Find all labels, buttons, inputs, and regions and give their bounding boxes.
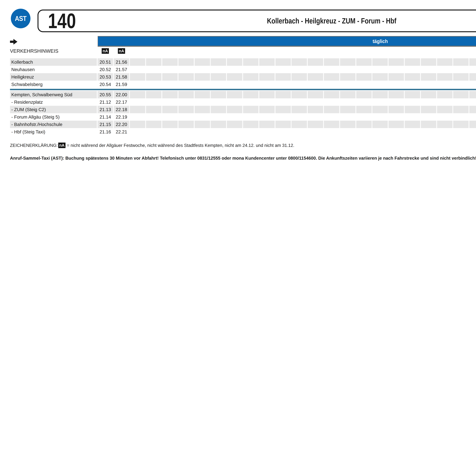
table-row: - Forum Allgäu (Steig 5)21.1422.19 (10, 113, 476, 121)
line-number: 140 (48, 10, 76, 31)
station-name: - Residenzplatz (10, 98, 97, 106)
empty-cell (130, 81, 145, 88)
empty-cell (340, 81, 356, 88)
empty-cell (275, 121, 291, 128)
empty-cell (130, 121, 145, 128)
empty-cell (469, 81, 476, 88)
departure-time-cell: 20.53 (98, 73, 113, 81)
empty-cell (421, 113, 436, 121)
table-row: Heiligkreuz20.5321.58 (10, 73, 476, 81)
empty-cell (308, 106, 323, 113)
empty-cell (195, 73, 210, 81)
empty-cell (372, 121, 388, 128)
empty-cell (243, 73, 258, 81)
empty-cell (259, 66, 275, 73)
empty-cell (453, 91, 469, 98)
empty-cell (243, 81, 258, 88)
empty-cell (275, 66, 291, 73)
empty-cell (389, 91, 404, 98)
table-row: Schwabelsberg20.5421.59 (10, 81, 476, 88)
empty-cell (405, 113, 420, 121)
section-separator (10, 89, 476, 90)
empty-cell (437, 106, 453, 113)
empty-cell (275, 58, 291, 66)
empty-cell (146, 66, 161, 73)
departure-time-cell: 21.56 (114, 58, 129, 66)
empty-cell (243, 113, 258, 121)
table-row: - Bahnhofstr./Hochschule21.1522.20 (10, 121, 476, 128)
empty-cell (195, 81, 210, 88)
empty-cell (259, 81, 275, 88)
empty-cell (308, 121, 323, 128)
empty-cell (146, 128, 161, 136)
empty-cell (469, 121, 476, 128)
verkehrshinweis-label: VERKEHRSHINWEIS (10, 48, 58, 54)
empty-cell (259, 128, 275, 136)
empty-cell (372, 98, 388, 106)
station-name: Kollerbach (10, 58, 97, 66)
station-name: Schwabelsberg (10, 81, 97, 88)
empty-cell (356, 128, 372, 136)
table-row: - Residenzplatz21.1222.17 (10, 98, 476, 106)
empty-cell (405, 73, 420, 81)
departure-time-cell: 20.52 (98, 66, 113, 73)
departure-time-cell: 22.18 (114, 106, 129, 113)
empty-cell (324, 73, 339, 81)
empty-cell (275, 91, 291, 98)
departure-time-cell: 22.19 (114, 113, 129, 121)
empty-cell (372, 73, 388, 81)
table-row: Neuhausen20.5221.57 (10, 66, 476, 73)
empty-cell (421, 58, 436, 66)
empty-cell (275, 128, 291, 136)
empty-cell (405, 121, 420, 128)
empty-cell (211, 128, 226, 136)
empty-cell (162, 121, 178, 128)
empty-cell (437, 73, 453, 81)
empty-cell (356, 66, 372, 73)
table-row: Kollerbach20.5121.56 (10, 58, 476, 66)
empty-cell (291, 81, 307, 88)
empty-cell (324, 128, 339, 136)
empty-cell (291, 91, 307, 98)
empty-cell (195, 121, 210, 128)
empty-cell (372, 58, 388, 66)
empty-cell (211, 113, 226, 121)
empty-cell (340, 91, 356, 98)
empty-cell (275, 113, 291, 121)
empty-cell (195, 58, 210, 66)
empty-cell (195, 91, 210, 98)
empty-cell (356, 121, 372, 128)
empty-cell (356, 81, 372, 88)
empty-cell (405, 106, 420, 113)
empty-cell (389, 106, 404, 113)
empty-cell (211, 121, 226, 128)
empty-cell (340, 73, 356, 81)
empty-cell (291, 106, 307, 113)
column-note-symbol-2: nA (118, 48, 125, 54)
timetable: Kollerbach20.5121.56Neuhausen20.5221.57H… (10, 58, 476, 136)
empty-cell (130, 66, 145, 73)
empty-cell (275, 98, 291, 106)
empty-cell (227, 128, 242, 136)
empty-cell (340, 58, 356, 66)
empty-cell (453, 106, 469, 113)
departure-time-cell: 22.00 (114, 91, 129, 98)
empty-cell (437, 113, 453, 121)
empty-cell (324, 91, 339, 98)
empty-cell (453, 66, 469, 73)
table-row: Kempten, Schwalbenweg Süd20.5522.00 (10, 91, 476, 98)
empty-cell (211, 106, 226, 113)
empty-cell (421, 98, 436, 106)
empty-cell (130, 98, 145, 106)
empty-cell (437, 128, 453, 136)
empty-cell (421, 81, 436, 88)
empty-cell (421, 106, 436, 113)
empty-cell (178, 73, 194, 81)
legend-text: = nicht während der Allgäuer Festwoche, … (67, 143, 294, 148)
empty-cell (421, 91, 436, 98)
empty-cell (227, 58, 242, 66)
empty-cell (146, 73, 161, 81)
column-note-symbol-1: nA (102, 48, 109, 54)
empty-cell (405, 128, 420, 136)
empty-cell (178, 121, 194, 128)
